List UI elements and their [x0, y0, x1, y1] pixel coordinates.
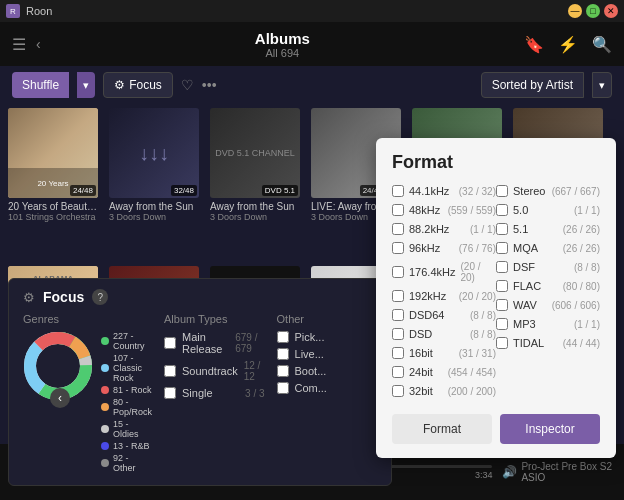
list-item[interactable]: 96kHz (76 / 76)	[392, 242, 496, 254]
list-item[interactable]: TIDAL (44 / 44)	[496, 337, 600, 349]
list-item[interactable]: 20 Years 24/48 20 Years of Beautiful 101…	[8, 108, 103, 260]
focus-button[interactable]: ⚙ Focus	[103, 72, 173, 98]
live-checkbox[interactable]	[277, 348, 289, 360]
sort-button[interactable]: Sorted by Artist	[481, 72, 584, 98]
list-item[interactable]: FLAC (80 / 80)	[496, 280, 600, 292]
ch50-checkbox[interactable]	[496, 204, 508, 216]
list-item[interactable]: Main Release 679 / 679	[164, 331, 264, 355]
more-options-icon[interactable]: •••	[202, 77, 217, 93]
list-item[interactable]: 16bit (31 / 31)	[392, 347, 496, 359]
dsd64-checkbox[interactable]	[392, 309, 404, 321]
hz96-checkbox[interactable]	[392, 242, 404, 254]
list-item[interactable]: ↓↓↓ 32/48 Away from the Sun 3 Doors Down	[109, 108, 204, 260]
list-item[interactable]: Stereo (667 / 667)	[496, 185, 600, 197]
list-item[interactable]: 24bit (454 / 454)	[392, 366, 496, 378]
heart-icon[interactable]: ♡	[181, 77, 194, 93]
genres-title: Genres	[23, 313, 152, 325]
menu-icon[interactable]: ☰	[12, 35, 26, 54]
hz882-checkbox[interactable]	[392, 223, 404, 235]
format-label: MQA	[513, 242, 538, 254]
format-label: TIDAL	[513, 337, 544, 349]
list-item[interactable]: DSF (8 / 8)	[496, 261, 600, 273]
format-label: 88.2kHz	[409, 223, 449, 235]
format-count: (76 / 76)	[459, 243, 496, 254]
scroll-left-button[interactable]: ‹	[50, 388, 70, 408]
maximize-button[interactable]: □	[586, 4, 600, 18]
main-release-checkbox[interactable]	[164, 337, 176, 349]
dsd-checkbox[interactable]	[392, 328, 404, 340]
format-count: (8 / 8)	[574, 262, 600, 273]
focus-title: Focus	[43, 289, 84, 305]
format-count: (20 / 20)	[460, 261, 496, 283]
mp3-checkbox[interactable]	[496, 318, 508, 330]
list-item[interactable]: 5.0 (1 / 1)	[496, 204, 600, 216]
album-title: Away from the Sun	[109, 201, 199, 212]
list-item[interactable]: 44.1kHz (32 / 32)	[392, 185, 496, 197]
close-button[interactable]: ✕	[604, 4, 618, 18]
pick-checkbox[interactable]	[277, 331, 289, 343]
minimize-button[interactable]: —	[568, 4, 582, 18]
list-item[interactable]: 192kHz (20 / 20)	[392, 290, 496, 302]
list-item[interactable]: 48kHz (559 / 559)	[392, 204, 496, 216]
search-icon[interactable]: 🔍	[592, 35, 612, 54]
list-item[interactable]: MP3 (1 / 1)	[496, 318, 600, 330]
list-item[interactable]: Single 3 / 3	[164, 387, 264, 399]
back-icon[interactable]: ‹	[36, 36, 41, 52]
genres-column: Genres 227 - Country	[23, 313, 152, 475]
mqa-checkbox[interactable]	[496, 242, 508, 254]
list-item[interactable]: 176.4kHz (20 / 20)	[392, 261, 496, 283]
format-label: 96kHz	[409, 242, 440, 254]
tidal-checkbox[interactable]	[496, 337, 508, 349]
hz48-checkbox[interactable]	[392, 204, 404, 216]
hz192-checkbox[interactable]	[392, 290, 404, 302]
window-controls: — □ ✕	[568, 4, 618, 18]
boot-checkbox[interactable]	[277, 365, 289, 377]
legend-label: 81 - Rock	[113, 385, 152, 395]
toolbar-left: Shuffle ▾ ⚙ Focus ♡ •••	[12, 72, 217, 98]
list-item[interactable]: Pick...	[277, 331, 377, 343]
list-item[interactable]: Live...	[277, 348, 377, 360]
shuffle-arrow-button[interactable]: ▾	[77, 72, 95, 98]
wav-checkbox[interactable]	[496, 299, 508, 311]
bit16-checkbox[interactable]	[392, 347, 404, 359]
format-label: 24bit	[409, 366, 433, 378]
list-item[interactable]: 32bit (200 / 200)	[392, 385, 496, 397]
zone-sub: ASIO	[521, 472, 612, 483]
bookmark-icon[interactable]: 🔖	[524, 35, 544, 54]
list-item[interactable]: DVD 5.1 CHANNEL DVD 5.1 Away from the Su…	[210, 108, 305, 260]
other-label: Com...	[295, 382, 327, 394]
list-item[interactable]: 5.1 (26 / 26)	[496, 223, 600, 235]
list-item[interactable]: DSD64 (8 / 8)	[392, 309, 496, 321]
hz1764-checkbox[interactable]	[392, 266, 404, 278]
other-label: Boot...	[295, 365, 327, 377]
sort-arrow-button[interactable]: ▾	[592, 72, 612, 98]
list-item[interactable]: DSD (8 / 8)	[392, 328, 496, 340]
soundtrack-checkbox[interactable]	[164, 365, 176, 377]
single-checkbox[interactable]	[164, 387, 176, 399]
filter-icon[interactable]: ⚡	[558, 35, 578, 54]
stereo-checkbox[interactable]	[496, 185, 508, 197]
donut-area: 227 - Country 107 - Classic Rock 81 - Ro…	[23, 331, 152, 475]
list-item[interactable]: Com...	[277, 382, 377, 394]
list-item[interactable]: MQA (26 / 26)	[496, 242, 600, 254]
list-item[interactable]: 88.2kHz (1 / 1)	[392, 223, 496, 235]
focus-gear-icon: ⚙	[114, 78, 125, 92]
format-count: (200 / 200)	[448, 386, 496, 397]
flac-checkbox[interactable]	[496, 280, 508, 292]
comp-checkbox[interactable]	[277, 382, 289, 394]
dsf-checkbox[interactable]	[496, 261, 508, 273]
album-type-count: 12 / 12	[244, 360, 265, 382]
inspector-button[interactable]: Inspector	[500, 414, 600, 444]
ch51-checkbox[interactable]	[496, 223, 508, 235]
bit32-checkbox[interactable]	[392, 385, 404, 397]
bit24-checkbox[interactable]	[392, 366, 404, 378]
format-button[interactable]: Format	[392, 414, 492, 444]
list-item[interactable]: WAV (606 / 606)	[496, 299, 600, 311]
shuffle-button[interactable]: Shuffle	[12, 72, 69, 98]
hz441-checkbox[interactable]	[392, 185, 404, 197]
format-count: (1 / 1)	[574, 319, 600, 330]
legend-label: 13 - R&B	[113, 441, 150, 451]
list-item[interactable]: Boot...	[277, 365, 377, 377]
focus-help-button[interactable]: ?	[92, 289, 108, 305]
list-item[interactable]: Soundtrack 12 / 12	[164, 360, 264, 382]
